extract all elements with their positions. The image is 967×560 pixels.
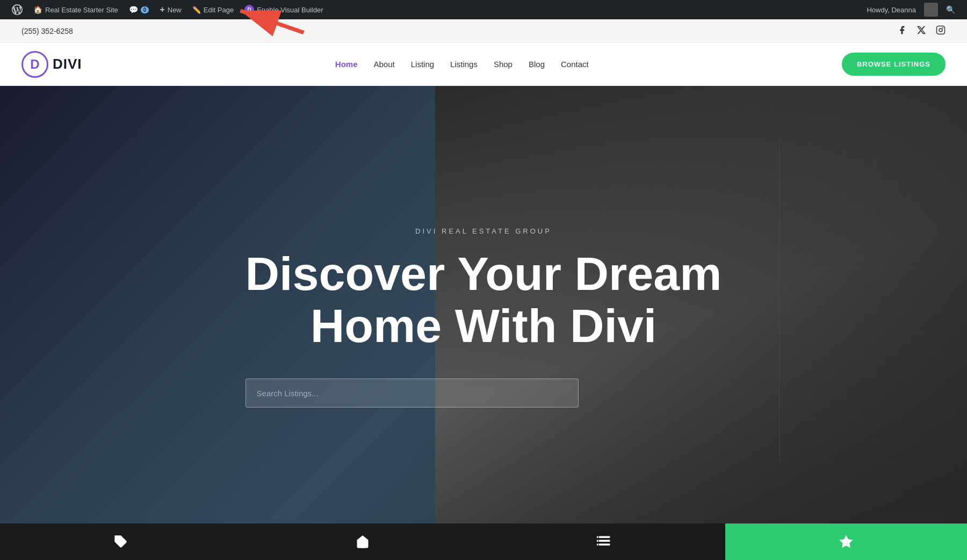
facebook-link[interactable]: [897, 25, 907, 37]
divi-icon: D: [244, 5, 254, 14]
nav-item-about[interactable]: About: [374, 60, 395, 69]
social-links: [897, 25, 946, 37]
site-topbar: (255) 352-6258: [0, 19, 967, 43]
hero-title: Discover Your DreamHome With Divi: [246, 248, 722, 352]
new-label: New: [168, 6, 182, 14]
logo-letter: D: [30, 57, 39, 72]
edit-page-label: Edit Page: [204, 6, 234, 14]
user-avatar[interactable]: [924, 3, 938, 17]
svg-rect-6: [599, 536, 610, 539]
edit-page-button[interactable]: ✏️ Edit Page: [187, 0, 239, 19]
bottom-bar-featured[interactable]: [725, 523, 967, 549]
comments-link[interactable]: 💬 0: [124, 0, 155, 19]
svg-rect-2: [937, 26, 945, 34]
svg-point-4: [943, 27, 943, 28]
bottom-bar-home[interactable]: [242, 523, 484, 549]
admin-bar: 🏠 Real Estate Starter Site 💬 0 + New ✏️ …: [0, 0, 967, 19]
instagram-link[interactable]: [936, 25, 946, 37]
hero-subtitle: DIVI REAL ESTATE GROUP: [246, 227, 722, 235]
site-name[interactable]: 🏠 Real Estate Starter Site: [28, 0, 124, 19]
pencil-icon: ✏️: [192, 6, 201, 14]
hero-section: DIVI REAL ESTATE GROUP Discover Your Dre…: [0, 86, 967, 549]
plus-icon: +: [160, 5, 164, 14]
bottom-bar: [0, 523, 967, 549]
logo-circle: D: [21, 51, 48, 78]
home-icon: 🏠: [33, 5, 42, 14]
site-name-label: Real Estate Starter Site: [45, 6, 118, 14]
admin-search-button[interactable]: 🔍: [941, 5, 961, 14]
nav-item-home[interactable]: Home: [335, 60, 358, 69]
admin-bar-right: Howdy, Deanna 🔍: [861, 3, 961, 17]
comment-count: 0: [141, 6, 149, 13]
site-logo[interactable]: D DIVI: [21, 51, 82, 78]
comment-icon: 💬: [129, 5, 138, 14]
hero-search-box[interactable]: [246, 379, 579, 408]
tag-icon: [113, 534, 128, 549]
nav-item-listing[interactable]: Listing: [411, 60, 434, 69]
svg-point-3: [939, 28, 942, 32]
svg-rect-11: [597, 544, 598, 546]
site-nav: D DIVI Home About Listing Listings Shop …: [0, 43, 967, 86]
wp-logo[interactable]: [6, 0, 28, 19]
nav-item-listings[interactable]: Listings: [450, 60, 478, 69]
hero-content: DIVI REAL ESTATE GROUP Discover Your Dre…: [246, 227, 722, 408]
logo-text: DIVI: [53, 56, 82, 72]
svg-rect-9: [597, 536, 598, 539]
svg-rect-7: [599, 540, 610, 542]
home-icon: [355, 534, 370, 549]
search-input[interactable]: [257, 389, 567, 398]
nav-item-shop[interactable]: Shop: [494, 60, 513, 69]
new-button[interactable]: + New: [154, 0, 186, 19]
bottom-bar-listings[interactable]: [484, 523, 725, 549]
bottom-bar-tag[interactable]: [0, 523, 242, 549]
enable-visual-builder-button[interactable]: D Enable Visual Builder: [239, 0, 328, 19]
list-icon: [597, 534, 612, 549]
nav-item-contact[interactable]: Contact: [561, 60, 589, 69]
howdy-text: Howdy, Deanna: [861, 6, 921, 14]
browse-listings-button[interactable]: BROWSE LISTINGS: [842, 53, 946, 76]
nav-item-blog[interactable]: Blog: [529, 60, 545, 69]
main-nav: Home About Listing Listings Shop Blog Co…: [335, 60, 589, 69]
twitter-link[interactable]: [917, 25, 926, 37]
phone-number: (255) 352-6258: [21, 27, 73, 35]
svg-rect-10: [597, 540, 598, 542]
star-icon: [838, 534, 854, 549]
svg-rect-8: [599, 544, 610, 546]
enable-builder-label: Enable Visual Builder: [257, 6, 323, 14]
svg-marker-12: [840, 535, 853, 548]
